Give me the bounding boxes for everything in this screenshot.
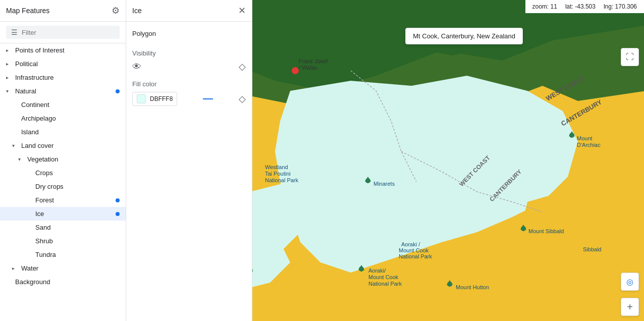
visibility-eye-icon[interactable]: 👁 [132, 62, 141, 72]
sidebar-item-label: Archipelago [21, 115, 56, 122]
zoom-value: 11 [551, 3, 557, 10]
sidebar-item-label: Sand [35, 224, 50, 231]
detail-title: Ice [132, 7, 142, 15]
sidebar-item-island[interactable]: Island [0, 125, 126, 139]
tooltip-text: Mt Cook, Canterbury, New Zealand [413, 32, 515, 40]
sidebar-item-political[interactable]: ▸Political [0, 57, 126, 71]
svg-text:National Park: National Park [265, 177, 299, 183]
sidebar-item-label: Shrub [35, 237, 53, 245]
sidebar-title: Map Features [6, 7, 49, 15]
chevron-icon: ▾ [6, 88, 12, 94]
modified-dot [116, 89, 120, 93]
svg-text:/ Walau: / Walau [299, 65, 317, 71]
svg-text:Sibbald: Sibbald [583, 246, 602, 252]
polygon-label: Polygon [132, 30, 246, 37]
chevron-icon: ▸ [6, 75, 12, 80]
detail-panel: Ice ✕ Polygon Visibility 👁 ◇ Fill color … [126, 0, 252, 321]
sidebar-item-label: Political [15, 60, 38, 68]
filter-input-wrapper[interactable]: ☰ [6, 26, 120, 39]
sidebar-item-label: Water [21, 264, 38, 272]
detail-header: Ice ✕ [126, 0, 252, 22]
svg-text:Mount Hutton: Mount Hutton [456, 284, 489, 290]
svg-point-25 [569, 133, 574, 138]
filter-input[interactable] [22, 29, 115, 36]
svg-text:Aoraki/: Aoraki/ [368, 268, 386, 274]
sidebar-item-land-cover[interactable]: ▾Land cover [0, 139, 126, 152]
filter-icon: ☰ [11, 28, 18, 36]
sidebar-item-natural[interactable]: ▾Natural [0, 84, 126, 98]
svg-text:Mount Sibbald: Mount Sibbald [528, 228, 564, 234]
sidebar-item-forest[interactable]: Forest [0, 193, 126, 207]
svg-text:Mount: Mount [577, 135, 593, 141]
sidebar-item-crops[interactable]: Crops [0, 166, 126, 180]
sidebar-item-label: Infrastructure [15, 74, 54, 81]
svg-text:Franz Josef: Franz Josef [299, 58, 328, 64]
filter-bar: ☰ [0, 22, 126, 43]
color-hex-value: DBFFF8 [150, 95, 173, 102]
sidebar-item-vegetation[interactable]: ▾Vegetation [0, 152, 126, 166]
sidebar-item-label: Tundra [35, 251, 56, 258]
color-swatch [137, 94, 146, 103]
lng-label: lng: 170.306 [604, 3, 637, 10]
sidebar-item-continent[interactable]: Continent [0, 98, 126, 112]
fullscreen-button[interactable]: ⛶ [621, 48, 639, 66]
fill-diamond-icon[interactable]: ◇ [239, 93, 246, 104]
fill-color-row: DBFFF8 ◇ [132, 92, 246, 106]
svg-text:Minarets: Minarets [373, 181, 395, 187]
sidebar-item-label: Forest [35, 196, 54, 204]
sidebar-item-shrub[interactable]: Shrub [0, 234, 126, 248]
sidebar-item-label: Points of Interest [15, 46, 65, 54]
svg-text:D'Archiac: D'Archiac [577, 142, 601, 148]
map-topbar: zoom: 11 lat: -43.503 lng: 170.306 [525, 0, 645, 13]
map-area[interactable]: zoom: 11 lat: -43.503 lng: 170.306 Mt Co… [252, 0, 644, 321]
sidebar-item-background[interactable]: Background [0, 275, 126, 289]
location-button[interactable]: ◎ [621, 273, 639, 291]
sidebar-item-sand[interactable]: Sand [0, 221, 126, 234]
gear-icon[interactable]: ⚙ [112, 5, 120, 16]
lat-value: -43.503 [575, 3, 596, 10]
visibility-row: 👁 ◇ [132, 61, 246, 72]
svg-text:Tai Poutini: Tai Poutini [265, 171, 291, 177]
sidebar-item-label: Background [15, 278, 50, 286]
chevron-icon: ▾ [18, 156, 24, 162]
visibility-label: Visibility [132, 49, 246, 57]
sidebar-item-label: Crops [35, 169, 53, 177]
sidebar-item-points-of-interest[interactable]: ▸Points of Interest [0, 43, 126, 57]
sidebar-item-ice[interactable]: Ice [0, 207, 126, 221]
opacity-line [203, 98, 213, 99]
svg-text:National Park: National Park [399, 253, 433, 259]
detail-body: Polygon Visibility 👁 ◇ Fill color DBFFF8… [126, 22, 252, 114]
sidebar-item-label: Ice [35, 210, 44, 218]
sidebar: Map Features ⚙ ☰ ▸Points of Interest▸Pol… [0, 0, 126, 321]
sidebar-item-label: Dry crops [35, 183, 64, 190]
sidebar-item-water[interactable]: ▸Water [0, 261, 126, 275]
fill-color-section: Fill color DBFFF8 ◇ [132, 80, 246, 106]
sidebar-item-infrastructure[interactable]: ▸Infrastructure [0, 71, 126, 84]
color-swatch-input[interactable]: DBFFF8 [132, 92, 177, 106]
chevron-icon: ▸ [12, 265, 18, 271]
svg-point-22 [365, 178, 370, 183]
lat-label: lat: -43.503 [565, 3, 596, 10]
zoom-in-button[interactable]: + [621, 298, 639, 316]
svg-text:Westland: Westland [265, 164, 288, 170]
svg-point-40 [521, 226, 526, 231]
nav-tree: ▸Points of Interest▸Political▸Infrastruc… [0, 43, 126, 321]
svg-text:Mount Cook: Mount Cook [399, 247, 429, 253]
fill-color-label: Fill color [132, 80, 246, 88]
visibility-diamond-icon[interactable]: ◇ [239, 61, 246, 72]
svg-point-32 [359, 266, 364, 272]
svg-point-37 [447, 282, 452, 287]
sidebar-item-dry-crops[interactable]: Dry crops [0, 180, 126, 193]
sidebar-item-label: Land cover [21, 142, 53, 149]
svg-text:Aoraki /: Aoraki / [401, 241, 420, 247]
sidebar-item-archipelago[interactable]: Archipelago [0, 112, 126, 125]
sidebar-item-label: Continent [21, 101, 49, 109]
lng-value: 170.306 [615, 3, 637, 10]
chevron-icon: ▾ [12, 143, 18, 148]
sidebar-item-label: Island [21, 128, 39, 136]
polygon-section: Polygon [132, 30, 246, 41]
svg-point-15 [292, 67, 299, 74]
visibility-section: Visibility 👁 ◇ [132, 49, 246, 72]
sidebar-item-tundra[interactable]: Tundra [0, 248, 126, 261]
close-icon[interactable]: ✕ [238, 5, 246, 16]
